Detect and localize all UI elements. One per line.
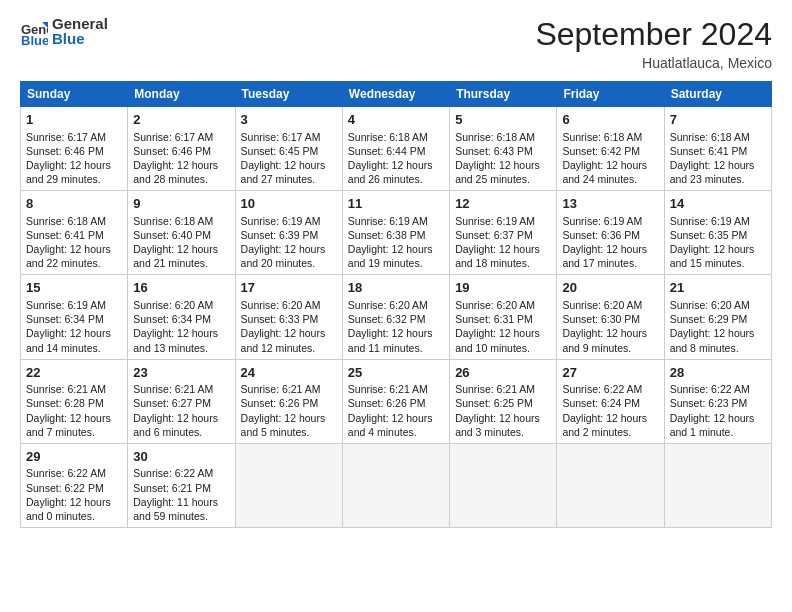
day-info-line: and 29 minutes. — [26, 172, 122, 186]
header-cell-wednesday: Wednesday — [342, 82, 449, 107]
calendar-header-row: SundayMondayTuesdayWednesdayThursdayFrid… — [21, 82, 772, 107]
calendar-cell: 18Sunrise: 6:20 AMSunset: 6:32 PMDayligh… — [342, 275, 449, 359]
day-info-line: Sunset: 6:23 PM — [670, 396, 766, 410]
calendar-cell: 24Sunrise: 6:21 AMSunset: 6:26 PMDayligh… — [235, 359, 342, 443]
day-info-line: Sunrise: 6:19 AM — [562, 214, 658, 228]
calendar-cell: 4Sunrise: 6:18 AMSunset: 6:44 PMDaylight… — [342, 107, 449, 191]
day-info-line: Sunset: 6:41 PM — [26, 228, 122, 242]
day-info-line: Daylight: 12 hours — [455, 158, 551, 172]
calendar-body: 1Sunrise: 6:17 AMSunset: 6:46 PMDaylight… — [21, 107, 772, 528]
day-info-line: Sunset: 6:35 PM — [670, 228, 766, 242]
day-info-line: Sunrise: 6:20 AM — [455, 298, 551, 312]
header-cell-monday: Monday — [128, 82, 235, 107]
day-info-line: and 10 minutes. — [455, 341, 551, 355]
day-info-line: and 27 minutes. — [241, 172, 337, 186]
header-cell-sunday: Sunday — [21, 82, 128, 107]
day-number: 27 — [562, 364, 658, 382]
calendar-cell: 23Sunrise: 6:21 AMSunset: 6:27 PMDayligh… — [128, 359, 235, 443]
calendar-cell: 3Sunrise: 6:17 AMSunset: 6:45 PMDaylight… — [235, 107, 342, 191]
day-number: 23 — [133, 364, 229, 382]
day-info-line: Sunset: 6:44 PM — [348, 144, 444, 158]
day-info-line: and 6 minutes. — [133, 425, 229, 439]
day-info-line: Daylight: 12 hours — [670, 411, 766, 425]
day-info-line: Sunrise: 6:19 AM — [670, 214, 766, 228]
day-info-line: Sunrise: 6:20 AM — [348, 298, 444, 312]
day-number: 25 — [348, 364, 444, 382]
calendar-table: SundayMondayTuesdayWednesdayThursdayFrid… — [20, 81, 772, 528]
day-number: 5 — [455, 111, 551, 129]
calendar-cell: 19Sunrise: 6:20 AMSunset: 6:31 PMDayligh… — [450, 275, 557, 359]
day-info-line: and 14 minutes. — [26, 341, 122, 355]
day-number: 22 — [26, 364, 122, 382]
day-info-line: Sunrise: 6:18 AM — [348, 130, 444, 144]
day-number: 13 — [562, 195, 658, 213]
day-info-line: Daylight: 12 hours — [241, 411, 337, 425]
day-info-line: Sunset: 6:31 PM — [455, 312, 551, 326]
day-info-line: Daylight: 12 hours — [562, 158, 658, 172]
calendar-cell: 13Sunrise: 6:19 AMSunset: 6:36 PMDayligh… — [557, 191, 664, 275]
day-info-line: Sunrise: 6:21 AM — [133, 382, 229, 396]
day-info-line: Sunset: 6:41 PM — [670, 144, 766, 158]
day-number: 17 — [241, 279, 337, 297]
day-info-line: Daylight: 12 hours — [562, 326, 658, 340]
day-number: 29 — [26, 448, 122, 466]
day-number: 16 — [133, 279, 229, 297]
day-info-line: Sunset: 6:26 PM — [348, 396, 444, 410]
calendar-cell: 8Sunrise: 6:18 AMSunset: 6:41 PMDaylight… — [21, 191, 128, 275]
day-info-line: Sunset: 6:24 PM — [562, 396, 658, 410]
day-info-line: Daylight: 12 hours — [348, 326, 444, 340]
day-info-line: and 2 minutes. — [562, 425, 658, 439]
day-info-line: and 15 minutes. — [670, 256, 766, 270]
day-info-line: Sunset: 6:25 PM — [455, 396, 551, 410]
month-year: September 2024 — [535, 16, 772, 53]
day-info-line: Daylight: 12 hours — [26, 242, 122, 256]
day-info-line: Daylight: 12 hours — [26, 326, 122, 340]
day-info-line: Daylight: 12 hours — [455, 326, 551, 340]
calendar-cell: 5Sunrise: 6:18 AMSunset: 6:43 PMDaylight… — [450, 107, 557, 191]
calendar-cell: 15Sunrise: 6:19 AMSunset: 6:34 PMDayligh… — [21, 275, 128, 359]
day-info-line: Sunrise: 6:17 AM — [26, 130, 122, 144]
day-info-line: Sunrise: 6:19 AM — [241, 214, 337, 228]
day-info-line: and 11 minutes. — [348, 341, 444, 355]
header-cell-thursday: Thursday — [450, 82, 557, 107]
day-number: 18 — [348, 279, 444, 297]
day-number: 1 — [26, 111, 122, 129]
day-info-line: Sunset: 6:46 PM — [26, 144, 122, 158]
day-info-line: Daylight: 12 hours — [455, 411, 551, 425]
day-info-line: and 7 minutes. — [26, 425, 122, 439]
day-number: 21 — [670, 279, 766, 297]
day-info-line: Daylight: 12 hours — [241, 326, 337, 340]
day-info-line: Sunset: 6:28 PM — [26, 396, 122, 410]
day-info-line: Sunset: 6:22 PM — [26, 481, 122, 495]
day-info-line: Sunrise: 6:22 AM — [133, 466, 229, 480]
day-info-line: Sunset: 6:37 PM — [455, 228, 551, 242]
day-info-line: Daylight: 12 hours — [133, 411, 229, 425]
day-info-line: Daylight: 12 hours — [133, 242, 229, 256]
day-info-line: Sunset: 6:32 PM — [348, 312, 444, 326]
day-info-line: Daylight: 12 hours — [26, 495, 122, 509]
calendar-cell — [557, 443, 664, 527]
day-info-line: and 9 minutes. — [562, 341, 658, 355]
day-info-line: Sunrise: 6:20 AM — [562, 298, 658, 312]
day-number: 10 — [241, 195, 337, 213]
calendar-cell: 22Sunrise: 6:21 AMSunset: 6:28 PMDayligh… — [21, 359, 128, 443]
day-info-line: Daylight: 12 hours — [455, 242, 551, 256]
day-number: 30 — [133, 448, 229, 466]
calendar-cell: 29Sunrise: 6:22 AMSunset: 6:22 PMDayligh… — [21, 443, 128, 527]
page: General Blue General Blue September 2024… — [0, 0, 792, 612]
day-info-line: and 26 minutes. — [348, 172, 444, 186]
day-info-line: Sunset: 6:39 PM — [241, 228, 337, 242]
day-info-line: and 3 minutes. — [455, 425, 551, 439]
day-info-line: Daylight: 12 hours — [133, 158, 229, 172]
day-info-line: Sunrise: 6:18 AM — [455, 130, 551, 144]
day-info-line: and 28 minutes. — [133, 172, 229, 186]
day-info-line: Sunset: 6:38 PM — [348, 228, 444, 242]
day-info-line: Daylight: 12 hours — [562, 242, 658, 256]
calendar-cell: 16Sunrise: 6:20 AMSunset: 6:34 PMDayligh… — [128, 275, 235, 359]
day-info-line: Sunset: 6:26 PM — [241, 396, 337, 410]
calendar-cell: 7Sunrise: 6:18 AMSunset: 6:41 PMDaylight… — [664, 107, 771, 191]
day-info-line: Sunrise: 6:21 AM — [348, 382, 444, 396]
day-number: 4 — [348, 111, 444, 129]
calendar-cell: 6Sunrise: 6:18 AMSunset: 6:42 PMDaylight… — [557, 107, 664, 191]
day-info-line: and 0 minutes. — [26, 509, 122, 523]
